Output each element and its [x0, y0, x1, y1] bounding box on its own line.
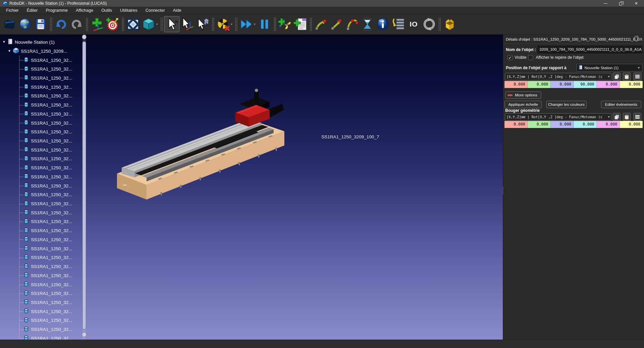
tree-item-part[interactable]: SS1RA1_1250_32...	[24, 208, 108, 217]
fast-forward-dropdown-arrow[interactable]: ▼	[253, 23, 256, 26]
pose-menu-button[interactable]	[634, 73, 641, 81]
tree-item-part[interactable]: SS1RA1_1250_32...	[24, 83, 108, 91]
toolbar-separator[interactable]	[160, 17, 163, 31]
move-linear-icon[interactable]	[329, 16, 344, 32]
tree-item-part[interactable]: SS1RA1_1250_32...	[24, 325, 108, 334]
menu-item-affichage[interactable]: Affichage	[72, 7, 97, 14]
save-station-icon[interactable]	[33, 16, 48, 32]
online-library-icon[interactable]	[17, 16, 33, 32]
pose-cell-x[interactable]: 0.000	[505, 121, 528, 128]
pose-cell-y[interactable]: 0.000	[528, 121, 551, 128]
menu-item-connecter[interactable]: Connecter	[142, 7, 169, 14]
set-instruction-icon[interactable]	[391, 16, 406, 32]
copy-pose-button[interactable]	[613, 73, 620, 81]
fast-forward-icon[interactable]	[239, 16, 254, 32]
change-colors-button[interactable]: Changer les couleurs	[546, 101, 587, 108]
scroll-down-button[interactable]	[82, 332, 86, 337]
add-program-icon[interactable]	[293, 16, 308, 32]
tree-item-part[interactable]: SS1RA1_1250_32...	[24, 56, 108, 64]
run-loop-icon[interactable]	[421, 16, 437, 32]
scrollbar-thumb[interactable]	[82, 41, 86, 330]
geometry-format-select[interactable]: [X,Y,Z]mm | Rot[X,Y ,Z ]deg - Fanuc/Moto…	[505, 113, 611, 121]
pose-cell-rz[interactable]: 0.000	[620, 81, 643, 88]
tree-item-part[interactable]: SS1RA1_1250_32...	[24, 200, 108, 208]
pose-cell-x[interactable]: 0.000	[505, 81, 528, 88]
add-reference-frame-icon[interactable]	[89, 16, 105, 32]
tree-item-part[interactable]: SS1RA1_1250_32...	[24, 128, 108, 136]
isometric-view-icon[interactable]	[141, 16, 156, 32]
tree-item-part[interactable]: SS1RA1_1250_32...	[24, 244, 108, 253]
copy-geometry-button[interactable]	[613, 113, 620, 121]
pose-cell-ry[interactable]: 0.000	[597, 121, 620, 128]
move-reference-cursor-icon[interactable]	[179, 16, 195, 32]
add-target-icon[interactable]	[105, 16, 120, 32]
menu-item-éditer[interactable]: Éditer	[23, 7, 42, 14]
scroll-up-button[interactable]	[82, 35, 86, 39]
tree-item-object[interactable]: ▼ SS1RA1_1250_3209...	[7, 47, 91, 55]
tree-item-part[interactable]: SS1RA1_1250_32...	[24, 226, 108, 235]
more-options-button[interactable]: More options	[505, 91, 541, 99]
toolbar-separator[interactable]	[211, 17, 214, 31]
show-message-icon[interactable]	[375, 16, 391, 32]
add-python-script-icon[interactable]	[277, 16, 293, 32]
export-package-icon[interactable]	[442, 16, 457, 32]
tree-item-part[interactable]: SS1RA1_1250_32...	[24, 271, 108, 280]
restore-button[interactable]	[613, 0, 629, 7]
pose-cell-z[interactable]: 0.000	[551, 81, 574, 88]
toolbar-separator[interactable]	[121, 17, 124, 31]
pause-icon[interactable]	[257, 16, 272, 32]
tree-item-part[interactable]: SS1RA1_1250_32...	[24, 253, 108, 262]
pose-cell-z[interactable]: 0.000	[551, 121, 574, 128]
viewport-3d[interactable]: SS1RA1_1250_3209_100_7 ▼ Nouvelle Statio…	[0, 35, 503, 340]
pose-cell-rz[interactable]: 0.000	[620, 121, 643, 128]
tree-item-part[interactable]: SS1RA1_1250_32...	[24, 262, 108, 271]
simulation-mode-icon[interactable]	[215, 16, 231, 32]
toolbar-separator[interactable]	[309, 17, 312, 31]
menu-item-aide[interactable]: Aide	[169, 7, 185, 14]
tree-item-part[interactable]: SS1RA1_1250_32...	[24, 155, 108, 163]
pose-cell-ry[interactable]: 0.000	[597, 81, 620, 88]
wait-instruction-icon[interactable]	[360, 16, 375, 32]
paste-pose-button[interactable]	[623, 73, 631, 81]
pose-cell-rx[interactable]: 90.000	[574, 81, 597, 88]
tree-item-part[interactable]: SS1RA1_1250_32...	[24, 235, 108, 244]
paste-geometry-button[interactable]	[623, 113, 631, 121]
pose-cell-y[interactable]: 0.000	[528, 81, 551, 88]
move-circular-icon[interactable]	[344, 16, 360, 32]
tree-item-part[interactable]: SS1RA1_1250_32...	[24, 101, 108, 110]
select-cursor-icon[interactable]	[164, 16, 179, 32]
redo-icon[interactable]	[69, 16, 84, 32]
tree-item-part[interactable]: SS1RA1_1250_32...	[24, 307, 108, 316]
reference-frame-select[interactable]: Nouvelle Station (1) ▼	[576, 64, 642, 72]
tree-scrollbar[interactable]	[82, 35, 87, 340]
menu-item-programme[interactable]: Programme	[42, 7, 72, 14]
view-dropdown-arrow[interactable]: ▼	[156, 23, 158, 26]
menu-item-utilitaires[interactable]: Utilitaires	[116, 7, 141, 14]
close-panel-icon[interactable]: ✕	[640, 37, 643, 41]
tree-item-part[interactable]: SS1RA1_1250_32...	[24, 136, 108, 145]
panel-splitter-handle[interactable]	[502, 186, 504, 194]
tree-item-part[interactable]: SS1RA1_1250_32...	[24, 217, 108, 226]
edit-events-button[interactable]: Editer événements	[601, 101, 641, 108]
geometry-menu-button[interactable]	[634, 113, 641, 121]
collapse-arrow-icon[interactable]: ▼	[7, 49, 11, 53]
menu-item-outils[interactable]: Outils	[97, 7, 116, 14]
fit-view-icon[interactable]	[125, 16, 141, 32]
toolbar-separator[interactable]	[235, 17, 238, 31]
tree-item-part[interactable]: SS1RA1_1250_32...	[24, 164, 108, 172]
apply-scale-button[interactable]: Appliquer échelle	[505, 101, 542, 108]
toolbar-separator[interactable]	[49, 17, 52, 31]
pose-format-select[interactable]: [X,Y,Z]mm | Rot[X,Y ,Z ]deg - Fanuc/Moto…	[505, 73, 611, 80]
simulation-dropdown-arrow[interactable]: ▼	[230, 23, 233, 26]
undo-icon[interactable]	[53, 16, 69, 32]
tree-item-part[interactable]: SS1RA1_1250_32...	[24, 172, 108, 181]
close-button[interactable]: ✕	[629, 0, 644, 7]
tree-item-part[interactable]: SS1RA1_1250_32...	[24, 316, 108, 325]
show-frame-checkbox[interactable]	[528, 55, 533, 60]
tree-item-part[interactable]: SS1RA1_1250_32...	[24, 289, 108, 298]
tree-item-part[interactable]: SS1RA1_1250_32...	[24, 74, 108, 82]
menu-item-fichier[interactable]: Fichier	[2, 7, 23, 14]
tree-item-part[interactable]: SS1RA1_1250_32...	[24, 145, 108, 154]
tree-item-part[interactable]: SS1RA1_1250_32...	[24, 298, 108, 307]
tree-item-part[interactable]: SS1RA1_1250_32...	[24, 110, 108, 118]
